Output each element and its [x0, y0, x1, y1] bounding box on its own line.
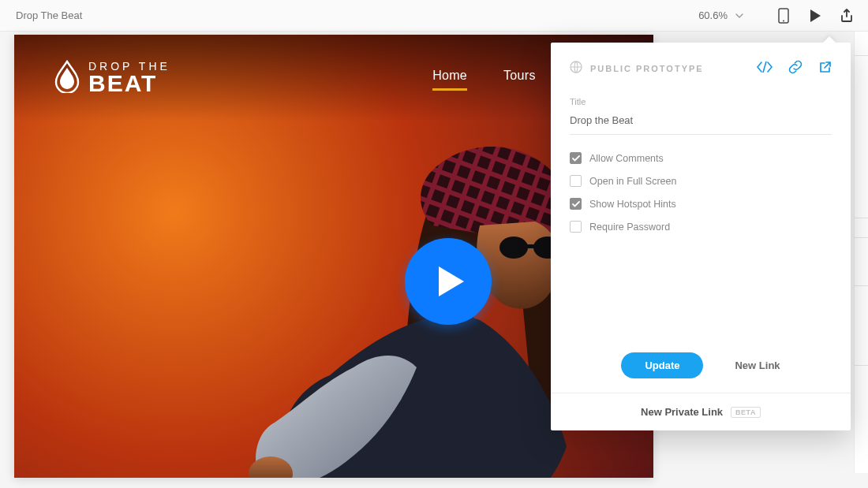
share-panel-footer[interactable]: New Private Link BETA — [551, 393, 851, 430]
option-hotspot-hints[interactable]: Show Hotspot Hints — [570, 198, 832, 210]
document-title: Drop The Beat — [16, 9, 698, 21]
share-panel-header: PUBLIC PROTOTYPE — [570, 60, 832, 76]
checkbox-icon — [570, 152, 582, 164]
prototype-type-label: PUBLIC PROTOTYPE — [590, 64, 741, 73]
option-label: Show Hotspot Hints — [589, 199, 676, 210]
checkbox-icon — [570, 198, 582, 210]
title-input[interactable] — [570, 111, 832, 135]
app-root: Drop The Beat 60.6% D — [0, 0, 868, 488]
play-icon — [437, 265, 466, 298]
option-label: Allow Comments — [589, 153, 664, 164]
share-panel: PUBLIC PROTOTYPE Title Allow Comments Op… — [551, 43, 851, 430]
svg-point-1 — [783, 20, 784, 21]
zoom-dropdown[interactable]: 60.6% — [698, 9, 743, 21]
option-label: Require Password — [589, 222, 670, 233]
option-require-password[interactable]: Require Password — [570, 221, 832, 233]
prototype-play-button[interactable] — [405, 238, 492, 325]
svg-rect-6 — [526, 244, 537, 248]
svg-point-7 — [249, 456, 293, 478]
share-button[interactable] — [836, 9, 857, 23]
drop-icon — [54, 60, 80, 96]
copy-link-button[interactable] — [788, 60, 803, 76]
beta-badge: BETA — [731, 407, 761, 418]
site-logo-text: DROP THE BEAT — [88, 61, 170, 95]
share-panel-actions: Update New Link — [570, 341, 832, 393]
side-rail — [854, 32, 868, 473]
top-toolbar: Drop The Beat 60.6% — [0, 0, 868, 32]
logo-line2: BEAT — [88, 72, 170, 95]
title-field-label: Title — [570, 97, 832, 106]
globe-icon — [570, 61, 582, 76]
open-external-button[interactable] — [818, 61, 832, 76]
checkbox-icon — [570, 221, 582, 233]
zoom-level: 60.6% — [698, 9, 728, 21]
update-button[interactable]: Update — [621, 352, 703, 378]
option-label: Open in Full Screen — [589, 176, 676, 187]
checkbox-icon — [570, 175, 582, 187]
play-preview-button[interactable] — [805, 9, 825, 23]
nav-link-tours[interactable]: Tours — [503, 69, 536, 88]
new-private-link-label: New Private Link — [641, 406, 723, 418]
option-allow-comments[interactable]: Allow Comments — [570, 152, 832, 164]
chevron-down-icon — [735, 13, 743, 18]
embed-code-button[interactable] — [757, 61, 773, 75]
option-open-fullscreen[interactable]: Open in Full Screen — [570, 175, 832, 187]
nav-link-home[interactable]: Home — [432, 69, 467, 88]
mobile-preview-button[interactable] — [773, 8, 794, 24]
site-logo[interactable]: DROP THE BEAT — [54, 60, 170, 96]
new-link-button[interactable]: New Link — [735, 359, 780, 371]
